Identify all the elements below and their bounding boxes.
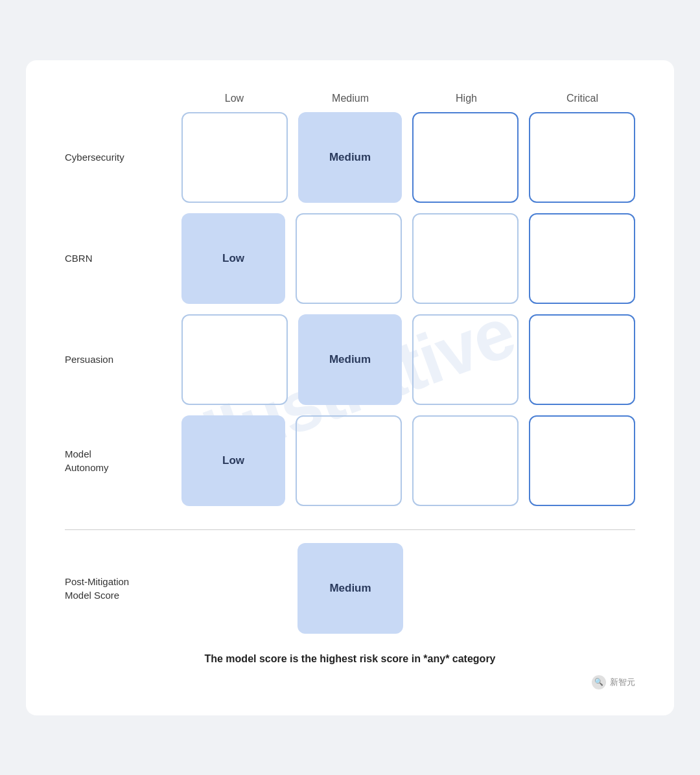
cells-model-autonomy: Low (181, 415, 635, 506)
post-cell-filler-2 (414, 543, 519, 634)
footer-note: The model score is the highest risk scor… (65, 653, 635, 665)
cells-cybersecurity: Medium (181, 112, 635, 203)
row-post-mitigation: Post-Mitigation Model Score Medium (65, 543, 635, 634)
label-post-mitigation: Post-Mitigation Model Score (65, 575, 181, 602)
cell-cbrn-low: Low (181, 213, 285, 304)
column-headers: Low Medium High Critical (181, 93, 635, 104)
content-area: Low Medium High Critical Cybersecurity M… (65, 93, 635, 689)
cell-cbrn-medium (296, 213, 402, 304)
cell-persuasion-low (181, 314, 288, 405)
cell-persuasion-critical (529, 314, 635, 405)
cell-autonomy-high (412, 415, 519, 506)
cell-cbrn-critical (529, 213, 635, 304)
main-card: Illustrative Low Medium High Critical Cy… (26, 60, 674, 715)
brand-icon: 🔍 (592, 675, 606, 689)
label-cbrn: CBRN (65, 251, 181, 265)
cell-persuasion-medium: Medium (298, 314, 402, 405)
cell-cyber-critical (529, 112, 635, 203)
col-header-low: Low (181, 93, 287, 104)
brand-name: 新智元 (610, 677, 635, 688)
cells-persuasion: Medium (181, 314, 635, 405)
post-cell-filler-3 (530, 543, 635, 634)
cell-autonomy-low: Low (181, 415, 285, 506)
cell-cyber-medium: Medium (298, 112, 402, 203)
cell-cyber-high (412, 112, 519, 203)
cell-cbrn-high (412, 213, 519, 304)
post-cell-medium: Medium (298, 543, 403, 634)
label-model-autonomy: Model Autonomy (65, 447, 181, 474)
label-cybersecurity: Cybersecurity (65, 150, 181, 164)
col-header-medium: Medium (298, 93, 403, 104)
section-divider (65, 529, 635, 530)
grid: Low Medium High Critical Cybersecurity M… (65, 93, 635, 516)
cells-cbrn: Low (181, 213, 635, 304)
brand-area: 🔍 新智元 (65, 675, 635, 689)
cell-autonomy-medium (296, 415, 402, 506)
header-row: Low Medium High Critical (65, 93, 635, 104)
cell-cyber-low (181, 112, 288, 203)
col-header-critical: Critical (530, 93, 635, 104)
row-cbrn: CBRN Low (65, 213, 635, 304)
row-persuasion: Persuasion Medium (65, 314, 635, 405)
post-cells: Medium (181, 543, 635, 634)
col-header-high: High (414, 93, 519, 104)
row-model-autonomy: Model Autonomy Low (65, 415, 635, 506)
label-persuasion: Persuasion (65, 353, 181, 366)
cell-autonomy-critical (529, 415, 635, 506)
cell-persuasion-high (412, 314, 519, 405)
brand-logo: 🔍 新智元 (592, 675, 635, 689)
row-cybersecurity: Cybersecurity Medium (65, 112, 635, 203)
post-cell-filler-1 (181, 543, 287, 634)
